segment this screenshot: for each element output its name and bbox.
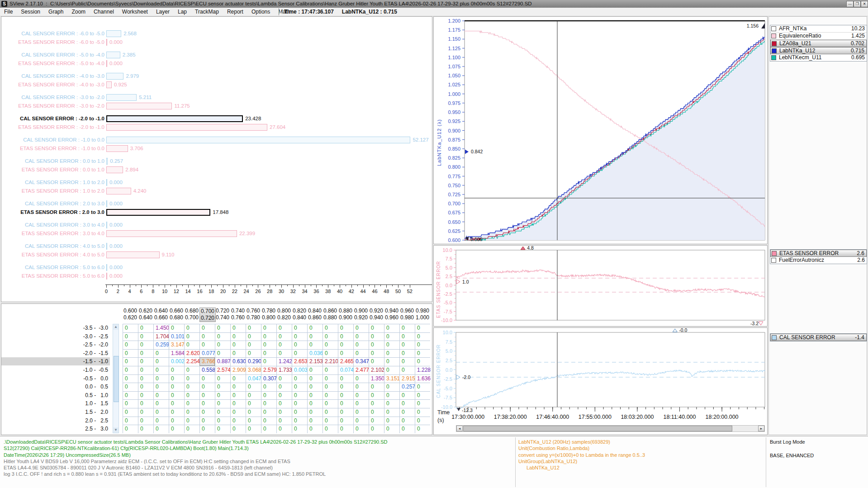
table-cell[interactable]: 0 <box>338 374 353 383</box>
table-cell[interactable]: 2.574 <box>215 366 230 374</box>
table-cell[interactable]: 0 <box>307 391 323 400</box>
table-column-header[interactable]: 0.7400.760 <box>230 308 246 321</box>
histogram-bar[interactable] <box>106 115 243 122</box>
histogram-row-label[interactable]: CAL SENSOR ERROR : 4.0 to 5.0 <box>1 243 104 250</box>
table-cell[interactable]: 0 <box>415 357 430 366</box>
table-cell[interactable]: 0 <box>153 399 169 408</box>
menu-item-options[interactable]: Options <box>247 8 274 16</box>
table-cell[interactable]: 2.254 <box>184 357 199 366</box>
menu-item-graph[interactable]: Graph <box>44 8 67 16</box>
table-row-label[interactable]: -3.5 - -3.0 <box>1 324 110 332</box>
table-cell[interactable]: 0.047 <box>246 374 261 383</box>
table-cell[interactable]: 0 <box>199 341 215 349</box>
table-cell[interactable]: 0 <box>261 417 276 425</box>
table-cell[interactable]: 0 <box>384 391 399 400</box>
histogram-bar[interactable] <box>106 73 123 80</box>
table-cell[interactable]: 0 <box>261 408 276 417</box>
histogram-row-label[interactable]: ETAS SENSOR ERROR : 1.0 to 2.0 <box>1 188 104 194</box>
table-cell[interactable]: 0 <box>123 391 138 400</box>
table-cell[interactable]: 0 <box>138 357 153 366</box>
table-cell[interactable]: 0 <box>123 417 138 425</box>
table-cell[interactable]: 0 <box>292 408 307 417</box>
table-cell[interactable]: 1.228 <box>415 366 430 374</box>
table-cell[interactable]: 0 <box>246 399 261 408</box>
histogram-row-label[interactable]: CAL SENSOR ERROR : -4.0 to -3.0 <box>1 73 104 80</box>
histogram-bar[interactable] <box>106 222 107 228</box>
table-cell[interactable]: 0 <box>215 332 230 341</box>
table-cell[interactable]: 0 <box>323 408 338 417</box>
table-cell[interactable]: 2.465 <box>338 357 353 366</box>
table-cell[interactable]: 0 <box>230 425 246 433</box>
table-cell[interactable]: 0.630 <box>230 357 246 366</box>
table-cell[interactable]: 0 <box>415 391 430 400</box>
table-cell[interactable]: 2.579 <box>261 366 276 374</box>
table-column-header[interactable]: 0.8000.820 <box>276 308 292 321</box>
table-cell[interactable]: 0 <box>123 366 138 374</box>
table-cell[interactable]: 0 <box>353 391 369 400</box>
table-cell[interactable]: 0.290 <box>246 357 261 366</box>
table-cell[interactable]: 0 <box>138 391 153 400</box>
table-cell[interactable]: 0 <box>230 349 246 358</box>
table-cell[interactable]: 0.077 <box>199 349 215 358</box>
table-cell[interactable]: 0 <box>292 417 307 425</box>
table-cell[interactable]: 0 <box>138 425 153 433</box>
table-cell[interactable]: 0 <box>184 417 199 425</box>
table-cell[interactable]: 0 <box>123 425 138 433</box>
lambda-legend-item-LZA08a_U21[interactable]: LZA08a_U210.702 <box>770 40 867 47</box>
error-histogram-panel[interactable]: CAL SENSOR ERROR : -6.0 to -5.02.568ETAS… <box>1 16 432 302</box>
table-cell[interactable]: 0.002 <box>169 357 184 366</box>
table-cell[interactable]: 0 <box>292 425 307 433</box>
histogram-row-label[interactable]: CAL SENSOR ERROR : -6.0 to -5.0 <box>1 30 104 37</box>
table-column-header[interactable]: 0.9801.000 <box>415 308 430 321</box>
table-cell[interactable]: 0 <box>276 332 292 341</box>
table-cell[interactable]: 0 <box>276 425 292 433</box>
table-column-header[interactable]: 0.9000.920 <box>353 308 369 321</box>
table-cell[interactable]: 0 <box>246 408 261 417</box>
table-cell[interactable]: 0 <box>323 383 338 391</box>
table-cell[interactable]: 0 <box>138 374 153 383</box>
table-cell[interactable]: 0 <box>369 349 384 358</box>
table-cell[interactable]: 0 <box>123 349 138 358</box>
histogram-row-label[interactable]: CAL SENSOR ERROR : 5.0 to 6.0 <box>1 264 104 271</box>
table-cell[interactable]: 0 <box>307 408 323 417</box>
table-cell[interactable]: 2.477 <box>353 366 369 374</box>
lambda-legend-item-AFR_NTKa[interactable]: AFR_NTKa10.23 <box>770 25 867 33</box>
etas-legend-item-FuelErrorAutronicz[interactable]: FuelErrorAutronicz2.6 <box>770 257 867 264</box>
table-cell[interactable]: 0 <box>153 349 169 358</box>
histogram-bar[interactable] <box>106 124 267 131</box>
table-cell[interactable]: 0 <box>138 324 153 332</box>
table-cell[interactable]: 0 <box>415 417 430 425</box>
table-cell[interactable]: 0 <box>246 324 261 332</box>
table-cell[interactable]: 0 <box>169 417 184 425</box>
table-cell[interactable]: 0 <box>153 408 169 417</box>
histogram-bar[interactable] <box>106 145 128 152</box>
table-column-header[interactable]: 0.8200.840 <box>292 308 307 321</box>
histogram-bar[interactable] <box>106 230 237 237</box>
histogram-bar[interactable] <box>106 273 107 280</box>
table-cell[interactable]: 0 <box>153 383 169 391</box>
table-cell[interactable]: 0 <box>369 391 384 400</box>
histogram-bar[interactable] <box>106 94 137 101</box>
table-column-header[interactable]: 0.6400.660 <box>153 308 169 321</box>
histogram-bar[interactable] <box>106 137 410 143</box>
table-cell[interactable]: 0 <box>384 349 399 358</box>
table-cell[interactable]: 0 <box>399 357 415 366</box>
histogram-row-label[interactable]: ETAS SENSOR ERROR : 5.0 to 6.0 <box>1 273 104 280</box>
scroll-up-icon[interactable]: ▲ <box>113 324 119 330</box>
menu-item-file[interactable]: File <box>0 8 17 16</box>
panel-cal-svg[interactable]: 10.07.55.02.50.0-2.5-5.0-7.5-10.0-0.0-2.… <box>434 328 767 435</box>
table-cell[interactable]: 0 <box>230 417 246 425</box>
table-cell[interactable]: 0 <box>123 324 138 332</box>
table-cell[interactable]: 0 <box>215 349 230 358</box>
histogram-bar[interactable] <box>106 264 107 271</box>
panel-cal-frame[interactable] <box>456 332 765 407</box>
table-cell[interactable]: 0 <box>338 349 353 358</box>
table-cell[interactable]: 0 <box>169 399 184 408</box>
table-cell[interactable]: 0 <box>399 391 415 400</box>
table-cell[interactable]: 0 <box>369 341 384 349</box>
table-column-header[interactable]: 0.6200.640 <box>138 308 153 321</box>
table-cell[interactable]: 0 <box>415 383 430 391</box>
table-cell[interactable]: 0 <box>138 383 153 391</box>
table-cell[interactable]: 2.653 <box>292 357 307 366</box>
table-row-label[interactable]: 2.0 - 2.5 <box>1 417 110 425</box>
